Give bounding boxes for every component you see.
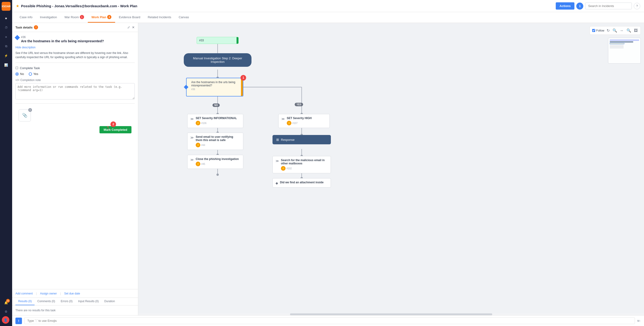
panel-controls: ⤢ ✕ [127, 26, 135, 29]
node-33[interactable]: #33 [196, 37, 239, 44]
mark-completed-button[interactable]: Mark Completed [100, 126, 132, 133]
attachment-check-content: Did we find an attachment inside [280, 181, 324, 184]
tab-canvas-label: Canvas [179, 16, 189, 19]
war-room-badge: 1 [80, 15, 84, 19]
emoji-button[interactable]: ! [16, 318, 22, 324]
node-manual-investigation[interactable]: Manual Investigation Step 2: Deeper Insp… [184, 53, 252, 67]
result-tabs: Results (0) Comments (0) Errors (0) Inpu… [12, 298, 138, 315]
set-high-label: SET Severity HIGH [287, 116, 312, 120]
chat-input[interactable] [24, 317, 635, 324]
radio-no-btn[interactable] [16, 72, 19, 76]
tab-war-room[interactable]: War Room 1 [61, 12, 88, 23]
sidebar-item-user[interactable]: 👤 [2, 316, 9, 324]
canvas-toolbar: Follow ↻ 🔍 ↔ 🔍 🖼 [590, 26, 641, 35]
mi-logo: M↑ [637, 320, 641, 322]
tab-case-info[interactable]: Case info [16, 12, 36, 22]
diamond-icon-node [184, 85, 188, 90]
settings-icon: ⚙ [5, 310, 8, 314]
sidebar-item-star[interactable]: ★ [2, 14, 10, 22]
node-set-severity-info[interactable]: ≫ SET Severity INFORMATIONAL ⚡ #106 [187, 114, 243, 128]
sidebar-item-settings[interactable]: ⚙ [2, 307, 10, 316]
attachment-button[interactable]: 📎 0 [19, 109, 31, 122]
checkbox-icon: ☐ [16, 66, 18, 70]
sidebar-bottom: 🔔 34 ⚙ 👤 [2, 298, 10, 324]
sidebar-item-clock[interactable]: ⏱ [2, 23, 10, 32]
node-attachment-check[interactable]: ◆ Did we find an attachment inside [272, 178, 331, 188]
node-response[interactable]: ⊞ Response [272, 135, 331, 144]
tab-investigation-label: Investigation [40, 16, 57, 19]
node-send-email[interactable]: ≫ Send email to user notifying them this… [187, 133, 243, 150]
radio-yes-btn[interactable] [29, 72, 32, 76]
send-email-label: Send email to user notifying them this e… [196, 135, 240, 142]
mini-map [608, 38, 641, 64]
tab-investigation[interactable]: Investigation [36, 12, 61, 22]
tab-errors[interactable]: Errors (0) [58, 298, 76, 305]
canvas-scrollbar-thumb[interactable] [290, 314, 492, 315]
hide-description-link[interactable]: Hide description [16, 46, 135, 49]
image-icon[interactable]: 🖼 [634, 28, 638, 33]
tab-duration[interactable]: Duration [102, 298, 118, 305]
refresh-icon[interactable]: ↻ [606, 28, 610, 33]
fit-icon[interactable]: ↔ [620, 28, 624, 33]
sidebar-item-bolt[interactable]: ⚡ [2, 52, 10, 60]
info-button[interactable]: ℹ [576, 2, 583, 10]
connector-yes-label: YES [295, 103, 303, 106]
tab-input-results[interactable]: Input Results (0) [76, 298, 102, 305]
close-phishing-label: Close the phishing investigation [196, 158, 239, 161]
task-question-text: Are the hostnames in the urls being misr… [21, 39, 104, 43]
header-title: ★ Possible Phishing - Jonas.Versailles@b… [16, 4, 553, 8]
code-icon: </> [16, 78, 20, 82]
sidebar-item-notifications[interactable]: 🔔 34 [2, 298, 10, 307]
completion-textarea[interactable] [16, 83, 135, 100]
sidebar-item-layers[interactable]: ⧉ [2, 42, 10, 50]
sidebar-item-cases[interactable]: ≡ [2, 33, 10, 41]
node-close-phishing[interactable]: ≫ Close the phishing investigation ⚡ #45 [187, 155, 243, 169]
response-label: Response [281, 138, 295, 142]
radio-yes-option[interactable]: Yes [29, 72, 38, 76]
tab-canvas[interactable]: Canvas [175, 12, 193, 22]
set-info-num: #106 [201, 122, 206, 124]
tab-work-plan[interactable]: Work Plan 3 [88, 12, 115, 23]
svg-point-13 [216, 174, 219, 176]
assign-owner-link[interactable]: Assign owner [40, 292, 57, 295]
condition-orange-bar [241, 78, 243, 96]
zoom-in-icon[interactable]: 🔍 [612, 28, 618, 33]
canvas-scrollbar[interactable] [138, 314, 644, 315]
canvas-area: Follow ↻ 🔍 ↔ 🔍 🖼 [138, 23, 644, 315]
tab-evidence-board[interactable]: Evidence Board [115, 12, 144, 22]
zoom-out-icon[interactable]: 🔍 [626, 28, 632, 33]
tab-results[interactable]: Results (0) [16, 298, 34, 305]
task-actions: Add comment | Assign owner | Set due dat… [12, 289, 138, 298]
search-input[interactable] [585, 2, 632, 9]
expand-panel-button[interactable]: ⤢ [127, 26, 130, 29]
node-set-severity-high[interactable]: ≫ SET Severity HIGH ⚡ #107 [278, 114, 330, 128]
add-comment-link[interactable]: Add comment [16, 292, 33, 295]
search-malicious-content: Search for the malicious email in other … [281, 158, 328, 171]
tab-related-incidents[interactable]: Related Incidents [144, 12, 175, 22]
task-num: #36 [21, 36, 26, 39]
help-button[interactable]: ? [634, 3, 640, 9]
lightning-icon-close: ⚡ [196, 162, 200, 166]
result-tab-bar: Results (0) Comments (0) Errors (0) Inpu… [12, 298, 138, 306]
close-phishing-meta: ⚡ #45 [196, 162, 239, 166]
app-container: XSOAR ★ ⏱ ≡ ⧉ ⚡ 📊 🔔 34 ⚙ 👤 [0, 0, 644, 326]
radio-group: No Yes [16, 72, 135, 76]
follow-checkbox[interactable]: Follow [592, 29, 604, 32]
user-icon: 👤 [4, 318, 8, 322]
lightning-icon-email: ⚡ [196, 143, 200, 147]
bottom-bar: ! M↑ [12, 315, 644, 326]
task-description: See if the URL text versus the hostname … [16, 51, 135, 63]
radio-no-option[interactable]: No [16, 72, 24, 76]
sidebar-item-chart[interactable]: 📊 [2, 61, 10, 69]
set-due-date-link[interactable]: Set due date [64, 292, 80, 295]
close-phishing-num: #45 [201, 163, 205, 165]
favorite-star-icon[interactable]: ★ [16, 4, 19, 8]
actions-button[interactable]: Actions [556, 2, 574, 10]
node-condition-36[interactable]: Are the hostnames in the urls being misr… [186, 78, 243, 96]
tab-comments[interactable]: Comments (0) [34, 298, 58, 305]
node-search-malicious[interactable]: ≫ Search for the malicious email in othe… [272, 156, 331, 173]
sidebar-logo[interactable]: XSOAR [2, 2, 10, 11]
follow-checkbox-input[interactable] [592, 29, 595, 32]
set-info-content: SET Severity INFORMATIONAL ⚡ #106 [196, 116, 237, 126]
close-panel-button[interactable]: ✕ [132, 26, 135, 29]
